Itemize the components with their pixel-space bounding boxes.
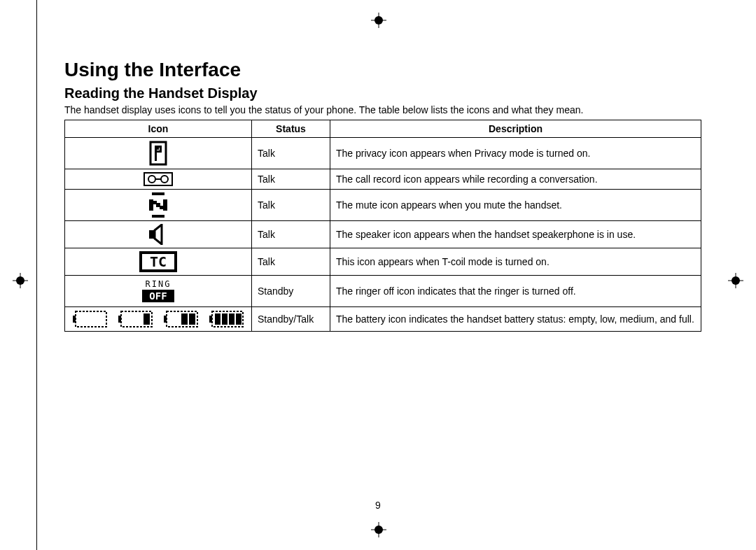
page-number: 9 [375, 500, 381, 511]
icon-table: Icon Status Description Talk [64, 120, 701, 332]
svg-text:RING: RING [146, 279, 172, 289]
speaker-icon [65, 221, 252, 248]
svg-rect-40 [144, 313, 150, 325]
svg-rect-25 [163, 199, 167, 211]
description-cell: The privacy icon appears when Privacy mo… [330, 138, 701, 169]
svg-rect-37 [76, 311, 106, 327]
t-coil-icon: TC [65, 248, 252, 276]
svg-rect-22 [152, 192, 164, 195]
svg-marker-30 [155, 225, 162, 244]
battery-icons [65, 307, 252, 332]
svg-rect-28 [156, 203, 160, 207]
description-cell: The speaker icon appears when the handse… [330, 221, 701, 248]
svg-rect-47 [215, 313, 220, 325]
description-cell: This icon appears when T-coil mode is tu… [330, 248, 701, 276]
description-cell: The battery icon indicates the handset b… [330, 307, 701, 332]
registration-mark-icon [728, 273, 743, 288]
intro-text: The handset display uses icons to tell y… [64, 104, 701, 115]
ringer-off-icon: RING OFF [65, 276, 252, 307]
svg-rect-48 [222, 313, 227, 325]
privacy-icon [65, 138, 252, 169]
col-header-status: Status [252, 120, 330, 138]
table-row: Talk The mute icon appears when you mute… [65, 190, 701, 221]
svg-text:OFF: OFF [149, 290, 167, 302]
svg-rect-43 [181, 313, 188, 325]
svg-point-19 [148, 176, 155, 183]
col-header-description: Description [330, 120, 701, 138]
svg-rect-12 [150, 142, 166, 164]
status-cell: Talk [252, 169, 330, 190]
call-record-icon [65, 169, 252, 190]
svg-rect-24 [149, 199, 153, 211]
svg-rect-49 [229, 313, 234, 325]
table-row: Talk The call record icon appears while … [65, 169, 701, 190]
status-cell: Standby/Talk [252, 307, 330, 332]
svg-text:TC: TC [150, 253, 167, 270]
status-cell: Talk [252, 190, 330, 221]
status-cell: Talk [252, 138, 330, 169]
status-cell: Talk [252, 248, 330, 276]
section-title: Reading the Handset Display [64, 85, 701, 101]
registration-mark-icon [13, 273, 28, 288]
registration-mark-icon [371, 13, 386, 28]
status-cell: Talk [252, 221, 330, 248]
svg-rect-23 [152, 215, 164, 218]
table-row: RING OFF Standby The ringer off icon ind… [65, 276, 701, 307]
table-row: TC Talk This icon appears when T-coil mo… [65, 248, 701, 276]
svg-rect-50 [236, 313, 241, 325]
registration-mark-icon [371, 522, 386, 537]
table-row: Standby/Talk The battery icon indicates … [65, 307, 701, 332]
col-header-icon: Icon [65, 120, 252, 138]
description-cell: The call record icon appears while recor… [330, 169, 701, 190]
svg-rect-44 [189, 313, 195, 325]
status-cell: Standby [252, 276, 330, 307]
crop-guide-line [36, 0, 37, 550]
mute-icon [65, 190, 252, 221]
svg-point-20 [161, 176, 168, 183]
page-title: Using the Interface [64, 59, 701, 81]
svg-rect-17 [155, 146, 157, 161]
table-row: Talk The privacy icon appears when Priva… [65, 138, 701, 169]
table-row: Talk The speaker icon appears when the h… [65, 221, 701, 248]
description-cell: The mute icon appears when you mute the … [330, 190, 701, 221]
description-cell: The ringer off icon indicates that the r… [330, 276, 701, 307]
